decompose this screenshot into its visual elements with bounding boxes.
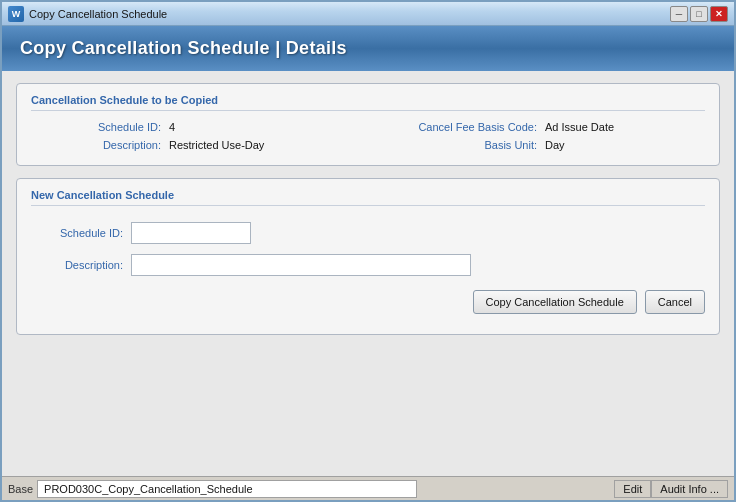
- copy-cancellation-button[interactable]: Copy Cancellation Schedule: [473, 290, 637, 314]
- close-button[interactable]: ✕: [710, 6, 728, 22]
- page-header: Copy Cancellation Schedule | Details: [2, 26, 734, 71]
- copied-info-grid: Schedule ID: 4 Cancel Fee Basis Code: Ad…: [31, 121, 705, 151]
- basis-unit-label: Basis Unit:: [377, 139, 537, 151]
- titlebar-left: W Copy Cancellation Schedule: [8, 6, 167, 22]
- new-section-legend: New Cancellation Schedule: [31, 189, 705, 206]
- new-description-input[interactable]: [131, 254, 471, 276]
- description-value: Restricted Use-Day: [169, 139, 369, 151]
- new-description-label: Description:: [31, 259, 131, 271]
- schedule-id-value: 4: [169, 121, 369, 133]
- copied-section-legend: Cancellation Schedule to be Copied: [31, 94, 705, 111]
- cancel-fee-value: Ad Issue Date: [545, 121, 705, 133]
- basis-unit-value: Day: [545, 139, 705, 151]
- new-section-panel: New Cancellation Schedule Schedule ID: D…: [16, 178, 720, 335]
- app-icon-letter: W: [12, 9, 21, 19]
- copied-section-panel: Cancellation Schedule to be Copied Sched…: [16, 83, 720, 166]
- statusbar: Base PROD030C_Copy_Cancellation_Schedule…: [2, 476, 734, 500]
- titlebar: W Copy Cancellation Schedule ─ □ ✕: [2, 2, 734, 26]
- window-title: Copy Cancellation Schedule: [29, 8, 167, 20]
- base-value: PROD030C_Copy_Cancellation_Schedule: [37, 480, 417, 498]
- new-schedule-id-input[interactable]: [131, 222, 251, 244]
- main-window: W Copy Cancellation Schedule ─ □ ✕ Copy …: [0, 0, 736, 502]
- minimize-button[interactable]: ─: [670, 6, 688, 22]
- restore-button[interactable]: □: [690, 6, 708, 22]
- new-schedule-id-label: Schedule ID:: [31, 227, 131, 239]
- content-area: Cancellation Schedule to be Copied Sched…: [2, 71, 734, 476]
- titlebar-controls: ─ □ ✕: [670, 6, 728, 22]
- cancel-fee-label: Cancel Fee Basis Code:: [377, 121, 537, 133]
- new-description-container: [131, 254, 705, 276]
- cancel-button[interactable]: Cancel: [645, 290, 705, 314]
- new-schedule-id-container: [131, 222, 705, 244]
- page-title: Copy Cancellation Schedule | Details: [20, 38, 716, 59]
- base-label: Base: [8, 483, 33, 495]
- audit-info-button[interactable]: Audit Info ...: [651, 480, 728, 498]
- app-icon: W: [8, 6, 24, 22]
- schedule-id-label: Schedule ID:: [31, 121, 161, 133]
- description-label: Description:: [31, 139, 161, 151]
- edit-button[interactable]: Edit: [614, 480, 651, 498]
- new-section-form: Schedule ID: Description: Copy Cancellat…: [31, 216, 705, 320]
- status-right-buttons: Edit Audit Info ...: [614, 480, 728, 498]
- form-buttons: Copy Cancellation Schedule Cancel: [31, 290, 705, 314]
